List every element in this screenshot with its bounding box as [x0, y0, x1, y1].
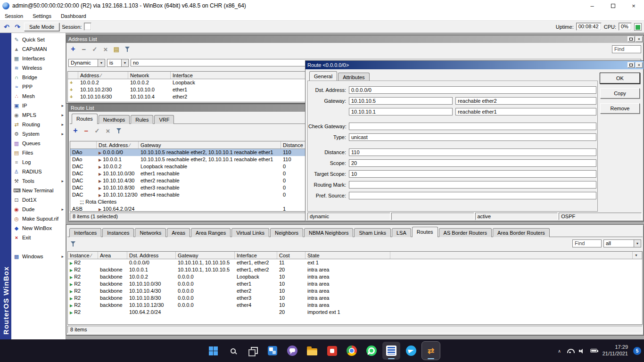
tab-instances[interactable]: Instances: [102, 228, 134, 237]
column-dst-address[interactable]: Dst. Address: [127, 252, 176, 259]
hidden-icons-chevron-icon[interactable]: [558, 348, 561, 354]
chrome-button[interactable]: [343, 342, 361, 360]
copy-button[interactable]: Copy: [600, 88, 640, 99]
remove-icon[interactable]: [79, 45, 89, 53]
close-icon[interactable]: ×: [636, 36, 643, 42]
sidebar-item-mesh[interactable]: ∴Mesh: [11, 91, 66, 101]
disable-icon[interactable]: [101, 45, 110, 53]
target-scope-input[interactable]: 10: [349, 170, 596, 178]
column-filter-icon[interactable]: [632, 252, 640, 259]
tab-general[interactable]: General: [309, 71, 337, 82]
column-cost[interactable]: Cost: [277, 252, 305, 259]
add-icon[interactable]: [71, 126, 80, 135]
media-app-button[interactable]: [323, 342, 341, 360]
filter-icon[interactable]: [123, 45, 132, 53]
sidebar-item-dot1x[interactable]: ⊡Dot1X: [11, 195, 66, 205]
tab-areas[interactable]: Areas: [167, 228, 190, 237]
volume-icon[interactable]: [579, 348, 585, 354]
close-icon[interactable]: ×: [636, 62, 643, 68]
menu-settings[interactable]: Settings: [28, 12, 56, 20]
wifi-icon[interactable]: [566, 348, 574, 354]
safe-mode-button[interactable]: Safe Mode: [24, 23, 59, 31]
ospf-route-row[interactable]: ▶R2backbone10.10.10.0/300.0.0.0ether110i…: [68, 280, 642, 288]
filter-field-select[interactable]: Dynamic: [68, 59, 105, 67]
sync-app-button[interactable]: [422, 342, 440, 360]
battery-icon[interactable]: [590, 349, 597, 353]
minimize-button[interactable]: –: [582, 0, 603, 11]
gateway-input[interactable]: 10.10.10.1: [349, 108, 453, 115]
sidebar-item-dude[interactable]: ◉Dude: [11, 205, 66, 214]
maximize-icon[interactable]: [627, 36, 635, 42]
column-address[interactable]: Address: [78, 72, 128, 79]
sidebar-item-new-winbox[interactable]: ◆New WinBox: [11, 223, 66, 233]
sidebar-item-windows[interactable]: ▩Windows: [11, 252, 66, 261]
chevron-down-icon[interactable]: [98, 59, 105, 66]
gateway-input[interactable]: 10.10.10.5: [349, 97, 453, 105]
sidebar-item-routing[interactable]: ⇄Routing: [11, 120, 66, 129]
tab-area-ranges[interactable]: Area Ranges: [191, 228, 231, 237]
sidebar-item-wireless[interactable]: ≋Wireless: [11, 63, 66, 73]
column-network[interactable]: Network: [128, 72, 171, 79]
filter-icon[interactable]: [114, 126, 124, 135]
column-state[interactable]: State: [305, 252, 390, 259]
file-explorer-button[interactable]: [303, 342, 321, 360]
scope-input[interactable]: 20: [349, 159, 596, 167]
sidebar-item-ppp[interactable]: ≈PPP: [11, 82, 66, 91]
tab-neighbors[interactable]: Neighbors: [270, 228, 303, 237]
sidebar-item-radius[interactable]: ♙RADIUS: [11, 167, 66, 176]
route-dialog-titlebar[interactable]: Route <0.0.0.0/0> ×: [305, 61, 644, 69]
chevron-down-icon[interactable]: [121, 59, 128, 66]
task-view-button[interactable]: [244, 342, 262, 360]
taskbar-clock[interactable]: 17:29 21/11/2021: [603, 344, 628, 357]
telegram-button[interactable]: [402, 342, 420, 360]
check-gateway-input[interactable]: [349, 123, 596, 130]
distance-input[interactable]: 110: [349, 148, 596, 156]
close-button[interactable]: ×: [623, 0, 644, 11]
ospf-route-row[interactable]: ▶R2backbone10.0.0.110.10.10.1, 10.10.10.…: [68, 266, 642, 273]
chat-button[interactable]: [283, 342, 301, 360]
sidebar-item-tools[interactable]: ⚒Tools: [11, 176, 66, 186]
sidebar-item-files[interactable]: ▤Files: [11, 148, 66, 157]
ospf-route-row[interactable]: ▶R2backbone10.0.0.20.0.0.0Loopback10intr…: [68, 273, 642, 280]
tab-as-border-routers[interactable]: AS Border Routers: [439, 228, 492, 237]
tab-nexthops[interactable]: Nexthops: [99, 115, 130, 124]
maximize-icon[interactable]: [627, 62, 635, 68]
tab-nbma-neighbors[interactable]: NBMA Neighbors: [304, 228, 353, 237]
enable-icon[interactable]: [90, 45, 99, 53]
ospf-route-row[interactable]: ▶R20.0.0.0/010.10.10.1, 10.10.10.5ether1…: [68, 259, 642, 266]
maximize-button[interactable]: [603, 0, 623, 11]
enable-icon[interactable]: [92, 126, 102, 135]
column-dst-address[interactable]: Dst. Address: [97, 141, 139, 148]
start-button[interactable]: [204, 342, 222, 360]
address-list-titlebar[interactable]: Address List ×: [66, 35, 644, 43]
undo-icon[interactable]: ↶: [2, 23, 11, 31]
routing-mark-input[interactable]: [349, 181, 596, 189]
sidebar-item-exit[interactable]: ×Exit: [11, 233, 66, 242]
sidebar-item-ip[interactable]: ▣IP: [11, 101, 66, 110]
tab-vrf[interactable]: VRF: [154, 115, 174, 124]
comment-icon[interactable]: [112, 45, 121, 53]
column-instance[interactable]: Instance: [68, 252, 98, 259]
remove-button[interactable]: Remove: [600, 103, 640, 114]
notification-badge[interactable]: 5: [633, 347, 641, 355]
type-input[interactable]: unicast: [349, 133, 596, 141]
menu-session[interactable]: Session: [0, 12, 28, 20]
session-input[interactable]: [84, 23, 91, 31]
column-area[interactable]: Area: [98, 252, 127, 259]
sidebar-item-bridge[interactable]: ∩Bridge: [11, 73, 66, 82]
column-interface[interactable]: Interface: [235, 252, 277, 259]
ospf-route-row[interactable]: ▶R2100.64.2.0/2420imported ext 1: [68, 309, 642, 316]
sidebar-item-capsman[interactable]: ▲CAPsMAN: [11, 44, 66, 54]
cpu-graph-icon[interactable]: [634, 23, 642, 31]
filter-icon[interactable]: [68, 239, 78, 248]
column-gateway[interactable]: Gateway: [139, 141, 281, 148]
tab-sham-links[interactable]: Sham Links: [354, 228, 390, 237]
sidebar-item-queues[interactable]: ▥Queues: [11, 139, 66, 148]
sidebar-item-log[interactable]: ≡Log: [11, 157, 66, 167]
pref-source-input[interactable]: [349, 192, 596, 199]
tab-area-border-routers[interactable]: Area Border Routers: [493, 228, 550, 237]
menu-dashboard[interactable]: Dashboard: [56, 12, 91, 20]
redo-icon[interactable]: ↷: [13, 23, 22, 31]
tab-virtual-links[interactable]: Virtual Links: [231, 228, 269, 237]
ok-button[interactable]: OK: [600, 73, 640, 83]
